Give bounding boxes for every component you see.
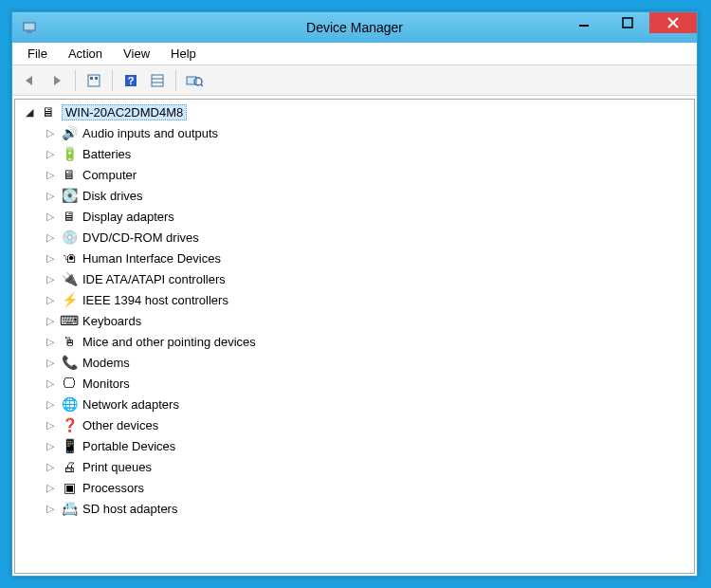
expand-icon[interactable]: ▷	[44, 335, 57, 348]
tree-item-label: Processors	[82, 481, 144, 495]
device-manager-window: Device Manager File Action View Help	[11, 11, 698, 577]
app-icon	[20, 18, 39, 37]
ide-icon: 🔌	[61, 270, 78, 287]
tree-item[interactable]: ▷⚡IEEE 1394 host controllers	[15, 289, 694, 310]
expand-icon[interactable]: ▷	[44, 189, 57, 202]
tree-root[interactable]: ◢🖥WIN-20AC2DMD4M8	[15, 101, 694, 122]
menu-help[interactable]: Help	[161, 44, 206, 64]
tree-item[interactable]: ▷🖥Computer	[15, 164, 694, 185]
tree-item[interactable]: ▷🖲Human Interface Devices	[15, 248, 694, 268]
tree-item[interactable]: ▷🖵Monitors	[15, 373, 694, 394]
tree-item-label: Display adapters	[82, 210, 174, 224]
tree-item[interactable]: ▷❓Other devices	[15, 414, 694, 435]
computer-icon: 🖥	[61, 166, 78, 183]
expand-icon[interactable]: ▷	[44, 272, 57, 285]
toolbar-separator	[112, 70, 113, 91]
tree-item-label: Batteries	[82, 147, 131, 161]
svg-rect-8	[95, 77, 98, 80]
toolbar: ?	[12, 65, 697, 96]
tree-item-label: Disk drives	[82, 189, 143, 203]
minimize-button[interactable]	[562, 12, 606, 33]
speaker-icon: 🔊	[61, 124, 78, 141]
display-icon: 🖥	[61, 208, 78, 225]
modem-icon: 📞	[61, 354, 78, 371]
tree-item-label: Modems	[82, 356, 130, 370]
expand-icon[interactable]: ▷	[44, 168, 57, 181]
computer-icon: 🖥	[40, 103, 57, 120]
keyboard-icon: ⌨	[61, 312, 78, 329]
menu-file[interactable]: File	[18, 44, 57, 64]
expand-icon[interactable]: ▷	[44, 377, 57, 390]
tree-item-label: Portable Devices	[82, 439, 175, 453]
device-tree[interactable]: ◢🖥WIN-20AC2DMD4M8▷🔊Audio inputs and outp…	[14, 99, 695, 574]
network-icon: 🌐	[61, 395, 78, 413]
tree-item[interactable]: ▷📱Portable Devices	[15, 435, 694, 456]
tree-item[interactable]: ▷🖱Mice and other pointing devices	[15, 331, 694, 352]
forward-button[interactable]	[45, 68, 69, 93]
tree-item-label: Print queues	[82, 460, 152, 474]
tree-item-label: Human Interface Devices	[82, 251, 221, 266]
expand-icon[interactable]: ▷	[44, 293, 57, 306]
processor-icon: ▣	[61, 479, 78, 496]
expand-icon[interactable]: ▷	[44, 251, 57, 265]
expand-icon[interactable]: ▷	[44, 126, 57, 139]
printer-icon: 🖨	[61, 458, 78, 475]
toolbar-separator	[175, 70, 176, 91]
tree-item[interactable]: ▷💿DVD/CD-ROM drives	[15, 227, 694, 248]
content-area: ◢🖥WIN-20AC2DMD4M8▷🔊Audio inputs and outp…	[12, 96, 697, 576]
cdrom-icon: 💿	[61, 229, 78, 246]
svg-line-16	[201, 84, 203, 86]
tree-item-label: Keyboards	[82, 314, 141, 328]
svg-rect-11	[152, 75, 163, 86]
properties-button[interactable]	[145, 68, 170, 93]
portable-icon: 📱	[61, 437, 78, 454]
mouse-icon: 🖱	[61, 333, 78, 350]
tree-item[interactable]: ▷⌨Keyboards	[15, 310, 694, 331]
expand-icon[interactable]: ▷	[44, 147, 57, 160]
tree-item[interactable]: ▷🌐Network adapters	[15, 394, 694, 414]
tree-item[interactable]: ▷🖨Print queues	[15, 456, 694, 477]
expand-icon[interactable]: ▷	[44, 210, 57, 223]
menu-action[interactable]: Action	[59, 44, 112, 64]
tree-item-label: Mice and other pointing devices	[82, 335, 256, 349]
tree-item-label: Other devices	[82, 418, 158, 432]
tree-item-label: SD host adapters	[82, 502, 177, 516]
tree-item-label: DVD/CD-ROM drives	[82, 230, 199, 245]
expand-icon[interactable]: ▷	[44, 418, 57, 432]
expand-icon[interactable]: ▷	[44, 502, 57, 515]
window-controls	[562, 12, 697, 43]
tree-item[interactable]: ▷🔌IDE ATA/ATAPI controllers	[15, 268, 694, 289]
expand-icon[interactable]: ▷	[44, 230, 57, 244]
tree-item-label: Monitors	[82, 377, 130, 391]
expand-icon[interactable]: ▷	[44, 397, 57, 411]
tree-item[interactable]: ▷💽Disk drives	[15, 185, 694, 206]
scan-hardware-button[interactable]	[182, 68, 207, 93]
tree-item[interactable]: ▷📇SD host adapters	[15, 498, 694, 519]
back-button[interactable]	[18, 68, 43, 93]
expand-icon[interactable]: ▷	[44, 314, 57, 327]
tree-item[interactable]: ▷🔋Batteries	[15, 143, 694, 164]
tree-item-label: IDE ATA/ATAPI controllers	[82, 272, 226, 286]
expand-icon[interactable]: ▷	[44, 439, 57, 452]
maximize-button[interactable]	[606, 12, 649, 33]
titlebar[interactable]: Device Manager	[12, 12, 697, 43]
expand-icon[interactable]: ▷	[44, 460, 57, 473]
firewire-icon: ⚡	[61, 291, 78, 308]
svg-rect-3	[623, 18, 632, 28]
tree-item[interactable]: ▷▣Processors	[15, 477, 694, 498]
tree-item[interactable]: ▷🖥Display adapters	[15, 206, 694, 227]
menu-view[interactable]: View	[114, 44, 159, 64]
expand-icon[interactable]: ▷	[44, 481, 57, 494]
tree-item[interactable]: ▷🔊Audio inputs and outputs	[15, 122, 694, 143]
tree-item-label: Audio inputs and outputs	[82, 126, 218, 140]
svg-rect-7	[90, 77, 93, 80]
tree-item-label: Network adapters	[82, 397, 179, 412]
expand-icon[interactable]: ▷	[44, 356, 57, 369]
collapse-icon[interactable]: ◢	[23, 105, 36, 119]
tree-item[interactable]: ▷📞Modems	[15, 352, 694, 373]
tree-item-label: Computer	[82, 168, 137, 182]
show-hidden-button[interactable]	[82, 68, 106, 93]
close-button[interactable]	[649, 12, 697, 33]
help-button[interactable]: ?	[118, 68, 143, 93]
svg-rect-6	[88, 75, 100, 86]
